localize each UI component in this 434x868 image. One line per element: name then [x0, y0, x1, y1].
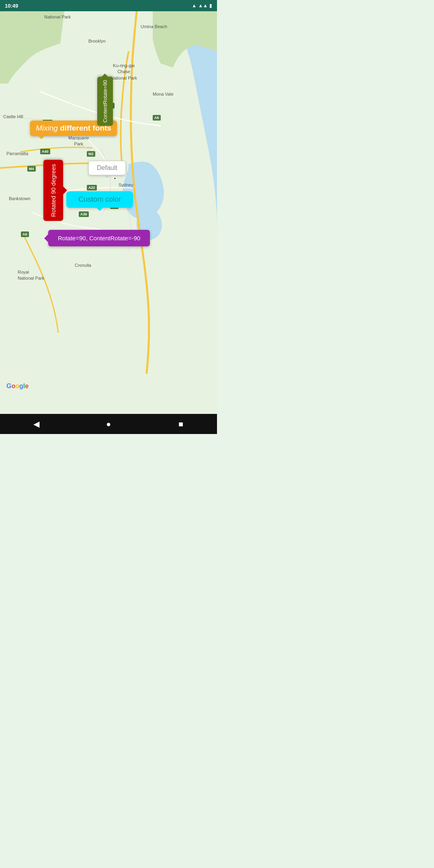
road-badge-a40: A40 [40, 149, 50, 154]
road-badge-a36: A36 [79, 211, 89, 217]
marker-content-rotate[interactable]: ContentRotate=90 [97, 77, 113, 126]
home-button[interactable]: ● [100, 416, 117, 432]
road-badge-a8: A8 [153, 115, 161, 121]
signal-icon: ▲▲ [198, 3, 208, 8]
google-logo: Google [6, 383, 29, 390]
road-badge-a22: A22 [87, 185, 97, 190]
marker-rotate90-content-rotate-neg90[interactable]: Rotate=90, ContentRotate=-90 [48, 230, 150, 246]
recents-button[interactable]: ■ [173, 416, 189, 432]
map-background [0, 11, 217, 414]
wifi-icon: ▲ [192, 3, 197, 8]
marker-default[interactable]: Default [88, 161, 126, 175]
nav-bar: ◀ ● ■ [0, 414, 217, 434]
marker-custom-color[interactable]: Custom color [66, 191, 133, 208]
status-bar: 10:49 ▲ ▲▲ ▮ [0, 0, 217, 11]
sydney-dot [113, 177, 117, 180]
status-time: 10:49 [5, 3, 18, 9]
back-button[interactable]: ◀ [28, 416, 44, 432]
map-container[interactable]: National Park Umina Beach Brooklyn Ku-ri… [0, 11, 217, 414]
road-badge-m4: M4 [27, 166, 36, 172]
road-badge-m2: M2 [87, 151, 95, 157]
marker-mixing-italic: Mixing [36, 124, 58, 132]
marker-rotated-90[interactable]: Rotated 90 degrees [43, 160, 63, 221]
battery-icon: ▮ [209, 3, 212, 8]
road-badge-a6: A6 [21, 231, 29, 237]
status-icons: ▲ ▲▲ ▮ [192, 3, 212, 8]
